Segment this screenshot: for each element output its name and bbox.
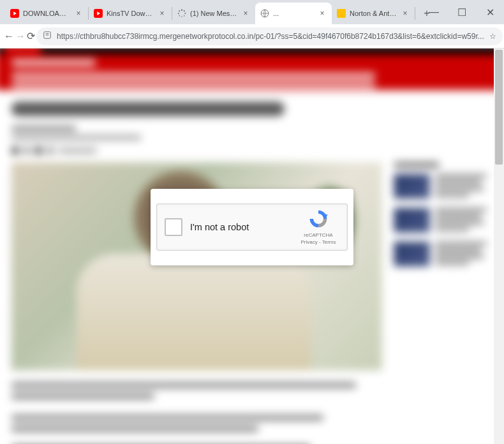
back-icon: ← bbox=[4, 31, 14, 42]
recaptcha-checkbox[interactable] bbox=[165, 218, 182, 236]
site-info-icon[interactable] bbox=[43, 31, 52, 41]
tab-kinstv[interactable]: KinsTV Download F × bbox=[89, 3, 172, 24]
tab-label: ... bbox=[273, 10, 314, 17]
close-icon[interactable]: × bbox=[318, 9, 327, 18]
tab-label: (1) New Message! bbox=[190, 10, 237, 17]
recaptcha-widget: I'm not a robot reCAPTCHA Privacy - Term… bbox=[156, 204, 348, 251]
tab-norton[interactable]: Norton & AntiVirus × bbox=[332, 3, 415, 24]
browser-toolbar: ← → ⟳ https://cthbru8hubcc738irmcg.merge… bbox=[0, 24, 504, 48]
maximize-button[interactable]: ☐ bbox=[448, 0, 476, 24]
forward-button[interactable]: → bbox=[15, 27, 26, 46]
svg-point-9 bbox=[179, 10, 180, 11]
svg-point-8 bbox=[178, 13, 179, 14]
back-button[interactable]: ← bbox=[4, 27, 14, 46]
tab-strip: DOWNLOAD: Red | × KinsTV Download F × (1… bbox=[5, 3, 436, 24]
youtube-icon bbox=[10, 9, 19, 18]
recaptcha-icon bbox=[308, 209, 329, 229]
youtube-icon bbox=[94, 9, 103, 18]
tab-download-red[interactable]: DOWNLOAD: Red | × bbox=[5, 3, 88, 24]
svg-point-6 bbox=[181, 17, 182, 17]
recaptcha-brand: reCAPTCHA bbox=[297, 232, 339, 239]
window-controls: — ☐ ✕ bbox=[420, 0, 504, 24]
recaptcha-label: I'm not a robot bbox=[182, 222, 297, 232]
svg-point-5 bbox=[184, 15, 185, 17]
globe-icon bbox=[260, 9, 269, 18]
minimize-icon: — bbox=[429, 6, 439, 18]
tab-label: KinsTV Download F bbox=[107, 10, 154, 17]
recaptcha-logo: reCAPTCHA Privacy - Terms bbox=[297, 209, 339, 246]
close-icon[interactable]: × bbox=[401, 9, 410, 18]
star-icon[interactable]: ☆ bbox=[489, 32, 496, 41]
svg-point-3 bbox=[184, 10, 185, 11]
minimize-button[interactable]: — bbox=[420, 0, 448, 24]
close-icon[interactable]: × bbox=[74, 9, 83, 18]
article-headline bbox=[11, 102, 285, 116]
svg-point-4 bbox=[184, 13, 186, 14]
address-bar[interactable]: https://cthbru8hubcc738irmcg.mergenetwor… bbox=[36, 27, 503, 45]
svg-point-7 bbox=[179, 15, 180, 17]
tab-label: Norton & AntiVirus bbox=[350, 10, 397, 17]
maximize-icon: ☐ bbox=[457, 6, 466, 18]
vertical-scrollbar[interactable] bbox=[494, 48, 504, 444]
scrollbar-thumb[interactable] bbox=[495, 50, 503, 165]
close-window-button[interactable]: ✕ bbox=[476, 0, 504, 24]
norton-icon bbox=[337, 9, 346, 18]
close-icon: ✕ bbox=[486, 6, 494, 18]
tab-label: DOWNLOAD: Red | bbox=[23, 10, 70, 17]
content-area: I'm not a robot reCAPTCHA Privacy - Term… bbox=[0, 48, 504, 444]
privacy-link[interactable]: Privacy bbox=[301, 239, 318, 245]
close-icon[interactable]: × bbox=[241, 9, 250, 18]
reload-icon: ⟳ bbox=[27, 30, 35, 42]
spinner-icon bbox=[177, 9, 186, 18]
recaptcha-links: Privacy - Terms bbox=[297, 239, 339, 246]
forward-icon: → bbox=[15, 31, 26, 42]
reload-button[interactable]: ⟳ bbox=[27, 27, 35, 46]
close-icon[interactable]: × bbox=[158, 9, 167, 18]
tab-new-message[interactable]: (1) New Message! × bbox=[172, 3, 255, 24]
terms-link[interactable]: Terms bbox=[322, 239, 336, 245]
recaptcha-dialog: I'm not a robot reCAPTCHA Privacy - Term… bbox=[151, 189, 353, 265]
tab-active[interactable]: ... × bbox=[255, 3, 332, 24]
url-text: https://cthbru8hubcc738irmcg.mergenetwor… bbox=[57, 32, 484, 41]
svg-point-2 bbox=[181, 10, 182, 11]
browser-title-bar: DOWNLOAD: Red | × KinsTV Download F × (1… bbox=[0, 0, 504, 24]
